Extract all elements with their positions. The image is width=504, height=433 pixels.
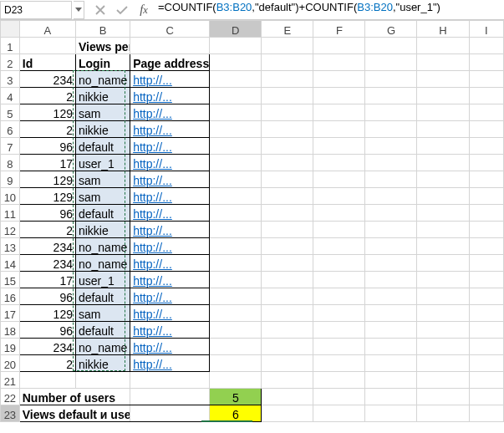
cell[interactable] (313, 238, 365, 255)
row-header[interactable]: 13 (1, 238, 20, 255)
login-cell[interactable]: nikkie (75, 88, 130, 104)
cell[interactable] (262, 322, 313, 339)
cell[interactable] (417, 222, 469, 238)
cell[interactable] (469, 205, 503, 222)
cell[interactable] (313, 205, 365, 222)
hdr-page[interactable]: Page address (130, 54, 210, 71)
id-cell[interactable]: 96 (19, 138, 75, 155)
cell[interactable] (262, 288, 313, 305)
col-header-c[interactable]: C (130, 21, 210, 38)
url-cell[interactable]: http://... (130, 104, 210, 121)
url-cell[interactable]: http://... (130, 322, 210, 339)
cell[interactable] (417, 305, 469, 322)
row-header[interactable]: 9 (1, 171, 20, 188)
row-header[interactable]: 10 (1, 188, 20, 205)
cell[interactable] (313, 372, 365, 389)
url-cell[interactable]: http://... (130, 121, 210, 138)
summary-users-label[interactable]: Number of users (19, 389, 130, 405)
cell[interactable] (130, 372, 210, 389)
cell[interactable] (417, 54, 469, 71)
cell[interactable] (365, 205, 417, 222)
url-cell[interactable]: http://... (130, 288, 210, 305)
url-link[interactable]: http://... (133, 207, 172, 221)
cell[interactable] (365, 171, 417, 188)
cell[interactable] (365, 372, 417, 389)
url-link[interactable]: http://... (133, 358, 172, 371)
cell[interactable] (469, 88, 503, 104)
cell[interactable] (417, 389, 469, 405)
cell[interactable] (130, 405, 210, 422)
cell[interactable] (417, 188, 469, 205)
col-header-e[interactable]: E (262, 21, 313, 38)
login-cell[interactable]: no_name (75, 339, 130, 355)
cell[interactable] (469, 71, 503, 88)
cell[interactable] (313, 255, 365, 272)
cell[interactable] (417, 272, 469, 288)
cell[interactable] (75, 372, 130, 389)
cell[interactable] (313, 272, 365, 288)
cell[interactable] (210, 138, 262, 155)
cell[interactable] (469, 288, 503, 305)
url-cell[interactable]: http://... (130, 155, 210, 171)
url-link[interactable]: http://... (133, 257, 172, 271)
url-link[interactable]: http://... (133, 107, 172, 120)
cell[interactable] (262, 339, 313, 355)
select-all-corner[interactable] (1, 21, 20, 38)
cell[interactable] (469, 255, 503, 272)
cell[interactable] (210, 54, 262, 71)
cell[interactable] (417, 121, 469, 138)
url-cell[interactable]: http://... (130, 188, 210, 205)
col-header-h[interactable]: H (417, 21, 469, 38)
cell[interactable] (469, 54, 503, 71)
cell[interactable] (262, 255, 313, 272)
cell[interactable] (365, 389, 417, 405)
row-header-2[interactable]: 2 (1, 54, 20, 71)
cell[interactable] (262, 272, 313, 288)
login-cell[interactable]: no_name (75, 238, 130, 255)
cell[interactable] (365, 38, 417, 54)
cell[interactable] (365, 222, 417, 238)
cell[interactable] (365, 104, 417, 121)
cell[interactable] (469, 222, 503, 238)
row-header-21[interactable]: 21 (1, 372, 20, 389)
formula-input[interactable]: =COUNTIF(B3:B20,"default")+COUNTIF(B3:B2… (155, 1, 504, 19)
cell[interactable] (469, 38, 503, 54)
cell[interactable] (313, 38, 365, 54)
cell[interactable] (210, 255, 262, 272)
id-cell[interactable]: 17 (19, 272, 75, 288)
cell[interactable] (469, 138, 503, 155)
login-cell[interactable]: default (75, 205, 130, 222)
cell[interactable] (262, 222, 313, 238)
cell[interactable] (262, 405, 313, 422)
row-header[interactable]: 6 (1, 121, 20, 138)
url-link[interactable]: http://... (133, 241, 172, 254)
hdr-id[interactable]: Id (19, 54, 75, 71)
id-cell[interactable]: 234 (19, 255, 75, 272)
col-header-d[interactable]: D (210, 21, 262, 38)
login-cell[interactable]: default (75, 322, 130, 339)
id-cell[interactable]: 96 (19, 205, 75, 222)
cell[interactable] (313, 138, 365, 155)
cell[interactable] (313, 88, 365, 104)
url-cell[interactable]: http://... (130, 255, 210, 272)
cell[interactable] (210, 171, 262, 188)
cell[interactable] (365, 288, 417, 305)
cell[interactable] (417, 171, 469, 188)
cell[interactable] (262, 205, 313, 222)
url-link[interactable]: http://... (133, 124, 172, 137)
row-header[interactable]: 11 (1, 205, 20, 222)
cell[interactable] (469, 339, 503, 355)
id-cell[interactable]: 129 (19, 305, 75, 322)
cell[interactable] (313, 288, 365, 305)
cell[interactable] (365, 355, 417, 372)
col-header-a[interactable]: A (19, 21, 75, 38)
cell[interactable] (417, 88, 469, 104)
id-cell[interactable]: 96 (19, 322, 75, 339)
cell[interactable] (210, 355, 262, 372)
row-header[interactable]: 3 (1, 71, 20, 88)
cell[interactable] (262, 54, 313, 71)
cell[interactable] (469, 405, 503, 422)
summary-views-value[interactable]: 6 (210, 405, 262, 422)
cell[interactable] (313, 71, 365, 88)
cell[interactable] (262, 38, 313, 54)
